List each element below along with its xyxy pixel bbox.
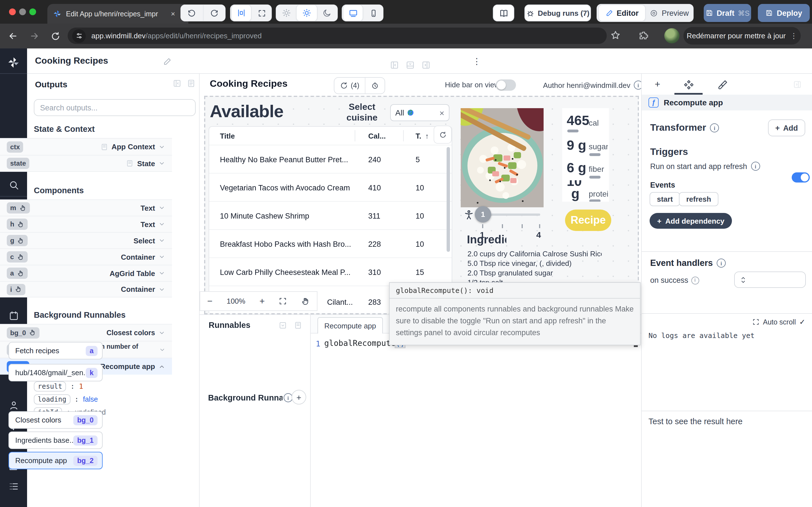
fit-view-icon[interactable]	[279, 297, 287, 305]
recipe-button[interactable]: Recipe	[565, 210, 611, 231]
traffic-light-close[interactable]	[9, 8, 16, 15]
transformer-info-icon[interactable]: i	[710, 123, 719, 132]
runnable-item[interactable]: Fetch recipes a	[8, 342, 103, 359]
output-row-component[interactable]: i Container	[0, 281, 172, 297]
sidebar-item-audit-logs[interactable]	[0, 478, 27, 495]
app-canvas[interactable]: Available Select cuisine All × Title Cal…	[204, 96, 639, 314]
app-refresh-button[interactable]: (4)	[335, 78, 366, 94]
browser-tab[interactable]: Edit App u/henri/recipes_impr ×	[47, 4, 188, 24]
theme-light-icon[interactable]	[296, 4, 317, 21]
runnable-item[interactable]: hub/1408/gmail/_sen... k	[8, 364, 103, 381]
theme-auto-icon[interactable]	[276, 5, 296, 21]
reload-button[interactable]	[51, 31, 60, 41]
settings-collapse-icon[interactable]	[793, 80, 802, 89]
clear-select-icon[interactable]: ×	[439, 108, 444, 117]
redo-button[interactable]	[203, 5, 225, 21]
undo-button[interactable]	[181, 5, 203, 21]
bg-runnable-item[interactable]: Closest colors bg_0	[8, 411, 103, 429]
bg-runnable-item[interactable]: Ingredients base... bg_1	[8, 432, 103, 449]
tab-close-icon[interactable]: ×	[171, 10, 175, 18]
desktop-view-button[interactable]	[343, 4, 363, 21]
output-row-component[interactable]: a AgGrid Table	[0, 265, 172, 281]
browser-restart-button[interactable]: Redémarrer pour mettre à jour ⋮	[683, 27, 801, 45]
output-row-component[interactable]: g Select	[0, 232, 172, 248]
table-row[interactable]: Healthy No Bake Peanut Butter Pret... 24…	[209, 145, 452, 173]
panel-left-toggle-icon[interactable]	[390, 60, 399, 70]
table-row[interactable]: Breakfast Hobo Packs with Hash Bro... 22…	[209, 229, 452, 258]
bg-runnable-item-selected[interactable]: Recompute app bg_2	[8, 452, 103, 469]
output-row-state[interactable]: state State	[0, 155, 172, 172]
sort-asc-icon[interactable]: ↑	[425, 131, 429, 140]
run-on-start-info-icon[interactable]: i	[751, 162, 760, 171]
pan-hand-icon[interactable]	[301, 297, 310, 305]
panel-bottom-toggle-icon[interactable]	[405, 60, 415, 70]
event-handlers-info-icon[interactable]: i	[717, 259, 726, 268]
browser-profile-avatar[interactable]	[664, 28, 679, 43]
output-row-component[interactable]: h Text	[0, 216, 172, 232]
pointer-icon	[17, 253, 24, 261]
toolbar-kebab-icon[interactable]: ⋮	[472, 56, 481, 66]
outputs-doc-icon[interactable]	[187, 79, 196, 88]
col-title[interactable]: Title	[209, 131, 235, 140]
servings-slider-handle[interactable]: 1	[475, 206, 491, 223]
expand-canvas-button[interactable]	[252, 5, 271, 21]
debug-runs-button[interactable]: Debug runs (7)	[524, 4, 591, 21]
col-cal[interactable]: Cal...	[368, 131, 386, 140]
table-scrollbar[interactable]	[447, 147, 450, 252]
mobile-view-button[interactable]	[364, 5, 383, 21]
address-bar[interactable]: app.windmill.dev/apps/edit/u/henri/recip…	[68, 27, 607, 44]
add-bg-runnable-button[interactable]: +	[292, 390, 306, 404]
deploy-button[interactable]: Deploy	[758, 4, 810, 22]
runnables-collapse-icon[interactable]	[278, 321, 287, 330]
output-row-component[interactable]: c Container	[0, 248, 172, 265]
add-dependency-button[interactable]: +Add dependency	[650, 213, 732, 229]
theme-dark-icon[interactable]	[317, 5, 337, 21]
centered-layout-button[interactable]	[231, 4, 252, 21]
settings-add-tab[interactable]: +	[655, 79, 660, 90]
schedule-refresh-button[interactable]	[366, 82, 385, 90]
run-on-start-toggle[interactable]	[792, 172, 810, 182]
output-row-component[interactable]: m Text	[0, 200, 172, 216]
extensions-icon[interactable]	[638, 31, 649, 41]
output-row-ctx[interactable]: ctx App Context	[0, 138, 172, 155]
output-row-bg0[interactable]: bg_0 Closest colors	[0, 324, 172, 341]
settings-style-tab[interactable]	[717, 79, 728, 90]
sidebar-item-schedules[interactable]	[0, 307, 27, 324]
table-row[interactable]: Low Carb Philly Cheesesteak Meal P... 31…	[209, 258, 452, 286]
table-row[interactable]: Vegetarian Tacos with Avocado Cream 410 …	[209, 173, 452, 202]
editor-tab[interactable]: Recompute app	[317, 317, 383, 334]
col-t[interactable]: T.	[416, 131, 421, 140]
expand-logs-icon[interactable]	[752, 318, 760, 326]
traffic-light-zoom[interactable]	[29, 8, 36, 15]
runnables-doc-icon[interactable]	[294, 321, 302, 330]
on-success-info-icon[interactable]: i	[691, 276, 699, 284]
browser-menu-kebab-icon[interactable]: ⋮	[790, 32, 798, 40]
on-success-select[interactable]	[734, 272, 806, 288]
table-refresh-button[interactable]	[434, 126, 452, 144]
add-transformer-button[interactable]: +Add	[768, 119, 805, 136]
sidebar-item-users[interactable]	[0, 397, 27, 413]
panel-right-toggle-icon[interactable]	[421, 60, 431, 70]
edit-title-pencil-icon[interactable]	[163, 57, 172, 66]
back-button[interactable]	[8, 31, 18, 41]
hide-bar-toggle[interactable]	[496, 79, 516, 91]
loading-key: loading	[34, 394, 70, 404]
auto-scroll-checkbox[interactable]: ✓	[799, 318, 806, 326]
preview-tab[interactable]: Preview	[646, 5, 693, 21]
settings-components-tab[interactable]	[683, 79, 694, 90]
site-settings-icon[interactable]	[72, 29, 86, 43]
cuisine-select[interactable]: All ×	[390, 104, 449, 121]
docs-button[interactable]	[493, 4, 514, 21]
forward-button[interactable]	[29, 31, 40, 41]
bookmark-star-icon[interactable]	[610, 30, 621, 41]
search-outputs-input[interactable]: Search outputs...	[34, 99, 196, 116]
table-row[interactable]: 10 Minute Cashew Shrimp 311 10	[209, 201, 452, 230]
collapse-outputs-icon[interactable]	[172, 79, 182, 88]
windmill-logo[interactable]	[0, 54, 27, 71]
draft-button[interactable]: Draft ⌘S	[704, 4, 751, 22]
sidebar-item-search[interactable]	[0, 176, 27, 193]
zoom-out-button[interactable]: −	[207, 296, 213, 306]
traffic-light-minimize[interactable]	[19, 8, 26, 15]
zoom-in-button[interactable]: +	[259, 296, 265, 306]
editor-tab[interactable]: Editor	[598, 4, 646, 21]
